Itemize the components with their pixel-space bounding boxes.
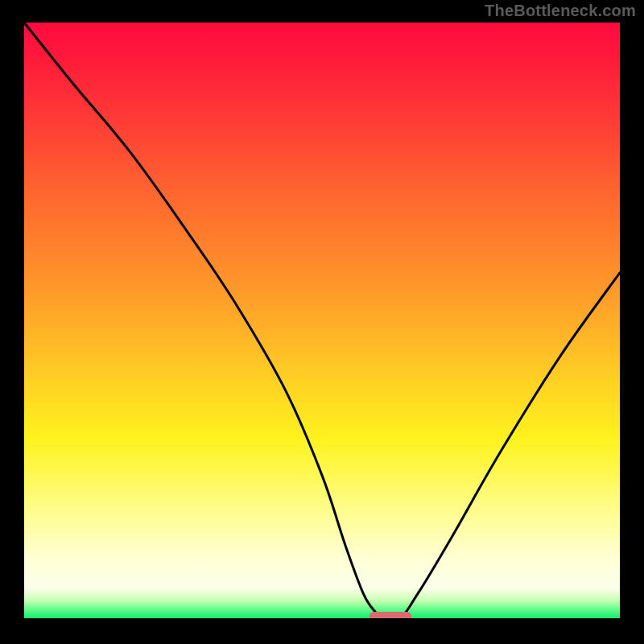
curve-path	[24, 23, 620, 618]
watermark-text: TheBottleneck.com	[485, 2, 636, 20]
plot-area	[24, 23, 620, 618]
minimum-marker	[369, 612, 411, 618]
chart-frame: TheBottleneck.com	[0, 0, 644, 644]
bottleneck-curve	[24, 23, 620, 618]
